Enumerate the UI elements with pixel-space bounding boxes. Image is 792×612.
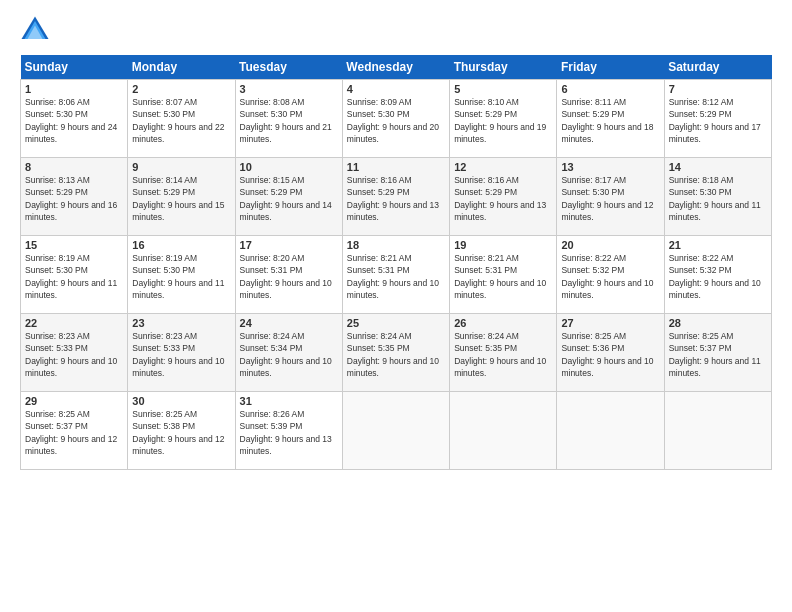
calendar-week-row: 1 Sunrise: 8:06 AMSunset: 5:30 PMDayligh…: [21, 80, 772, 158]
calendar-table: SundayMondayTuesdayWednesdayThursdayFrid…: [20, 55, 772, 470]
day-info: Sunrise: 8:21 AMSunset: 5:31 PMDaylight:…: [347, 253, 439, 300]
calendar-day-cell: 1 Sunrise: 8:06 AMSunset: 5:30 PMDayligh…: [21, 80, 128, 158]
day-number: 2: [132, 83, 230, 95]
calendar-day-cell: 29 Sunrise: 8:25 AMSunset: 5:37 PMDaylig…: [21, 392, 128, 470]
calendar-day-cell: 3 Sunrise: 8:08 AMSunset: 5:30 PMDayligh…: [235, 80, 342, 158]
calendar-day-cell: 2 Sunrise: 8:07 AMSunset: 5:30 PMDayligh…: [128, 80, 235, 158]
day-number: 15: [25, 239, 123, 251]
day-number: 9: [132, 161, 230, 173]
calendar-day-cell: 6 Sunrise: 8:11 AMSunset: 5:29 PMDayligh…: [557, 80, 664, 158]
day-info: Sunrise: 8:15 AMSunset: 5:29 PMDaylight:…: [240, 175, 332, 222]
day-number: 17: [240, 239, 338, 251]
calendar-day-cell: 8 Sunrise: 8:13 AMSunset: 5:29 PMDayligh…: [21, 158, 128, 236]
calendar-day-cell: 9 Sunrise: 8:14 AMSunset: 5:29 PMDayligh…: [128, 158, 235, 236]
calendar-day-cell: 26 Sunrise: 8:24 AMSunset: 5:35 PMDaylig…: [450, 314, 557, 392]
day-info: Sunrise: 8:18 AMSunset: 5:30 PMDaylight:…: [669, 175, 761, 222]
calendar-day-cell: [557, 392, 664, 470]
day-number: 8: [25, 161, 123, 173]
calendar-day-cell: 30 Sunrise: 8:25 AMSunset: 5:38 PMDaylig…: [128, 392, 235, 470]
day-info: Sunrise: 8:24 AMSunset: 5:35 PMDaylight:…: [454, 331, 546, 378]
day-of-week-header: Friday: [557, 55, 664, 80]
day-info: Sunrise: 8:08 AMSunset: 5:30 PMDaylight:…: [240, 97, 332, 144]
day-info: Sunrise: 8:06 AMSunset: 5:30 PMDaylight:…: [25, 97, 117, 144]
day-number: 21: [669, 239, 767, 251]
day-info: Sunrise: 8:19 AMSunset: 5:30 PMDaylight:…: [25, 253, 117, 300]
day-number: 23: [132, 317, 230, 329]
calendar-day-cell: 10 Sunrise: 8:15 AMSunset: 5:29 PMDaylig…: [235, 158, 342, 236]
calendar-day-cell: 22 Sunrise: 8:23 AMSunset: 5:33 PMDaylig…: [21, 314, 128, 392]
day-info: Sunrise: 8:21 AMSunset: 5:31 PMDaylight:…: [454, 253, 546, 300]
logo-icon: [20, 15, 50, 45]
day-number: 13: [561, 161, 659, 173]
calendar-day-cell: 18 Sunrise: 8:21 AMSunset: 5:31 PMDaylig…: [342, 236, 449, 314]
day-info: Sunrise: 8:07 AMSunset: 5:30 PMDaylight:…: [132, 97, 224, 144]
day-info: Sunrise: 8:09 AMSunset: 5:30 PMDaylight:…: [347, 97, 439, 144]
calendar-day-cell: 5 Sunrise: 8:10 AMSunset: 5:29 PMDayligh…: [450, 80, 557, 158]
day-info: Sunrise: 8:24 AMSunset: 5:35 PMDaylight:…: [347, 331, 439, 378]
day-number: 6: [561, 83, 659, 95]
day-of-week-header: Thursday: [450, 55, 557, 80]
day-number: 30: [132, 395, 230, 407]
day-info: Sunrise: 8:16 AMSunset: 5:29 PMDaylight:…: [347, 175, 439, 222]
calendar-day-cell: 19 Sunrise: 8:21 AMSunset: 5:31 PMDaylig…: [450, 236, 557, 314]
calendar-day-cell: 16 Sunrise: 8:19 AMSunset: 5:30 PMDaylig…: [128, 236, 235, 314]
day-number: 14: [669, 161, 767, 173]
day-info: Sunrise: 8:14 AMSunset: 5:29 PMDaylight:…: [132, 175, 224, 222]
day-info: Sunrise: 8:24 AMSunset: 5:34 PMDaylight:…: [240, 331, 332, 378]
calendar-day-cell: 31 Sunrise: 8:26 AMSunset: 5:39 PMDaylig…: [235, 392, 342, 470]
day-number: 24: [240, 317, 338, 329]
day-number: 18: [347, 239, 445, 251]
day-info: Sunrise: 8:22 AMSunset: 5:32 PMDaylight:…: [669, 253, 761, 300]
calendar-day-cell: 4 Sunrise: 8:09 AMSunset: 5:30 PMDayligh…: [342, 80, 449, 158]
calendar-week-row: 8 Sunrise: 8:13 AMSunset: 5:29 PMDayligh…: [21, 158, 772, 236]
calendar-day-cell: 21 Sunrise: 8:22 AMSunset: 5:32 PMDaylig…: [664, 236, 771, 314]
day-info: Sunrise: 8:13 AMSunset: 5:29 PMDaylight:…: [25, 175, 117, 222]
page-container: SundayMondayTuesdayWednesdayThursdayFrid…: [0, 0, 792, 480]
logo: [20, 15, 52, 45]
calendar-day-cell: 13 Sunrise: 8:17 AMSunset: 5:30 PMDaylig…: [557, 158, 664, 236]
day-info: Sunrise: 8:25 AMSunset: 5:36 PMDaylight:…: [561, 331, 653, 378]
day-info: Sunrise: 8:16 AMSunset: 5:29 PMDaylight:…: [454, 175, 546, 222]
calendar-day-cell: 27 Sunrise: 8:25 AMSunset: 5:36 PMDaylig…: [557, 314, 664, 392]
calendar-week-row: 22 Sunrise: 8:23 AMSunset: 5:33 PMDaylig…: [21, 314, 772, 392]
calendar-day-cell: 14 Sunrise: 8:18 AMSunset: 5:30 PMDaylig…: [664, 158, 771, 236]
day-of-week-header: Saturday: [664, 55, 771, 80]
day-info: Sunrise: 8:25 AMSunset: 5:37 PMDaylight:…: [25, 409, 117, 456]
day-info: Sunrise: 8:19 AMSunset: 5:30 PMDaylight:…: [132, 253, 224, 300]
day-number: 19: [454, 239, 552, 251]
day-info: Sunrise: 8:20 AMSunset: 5:31 PMDaylight:…: [240, 253, 332, 300]
day-of-week-header: Tuesday: [235, 55, 342, 80]
day-info: Sunrise: 8:11 AMSunset: 5:29 PMDaylight:…: [561, 97, 653, 144]
day-info: Sunrise: 8:23 AMSunset: 5:33 PMDaylight:…: [132, 331, 224, 378]
day-info: Sunrise: 8:25 AMSunset: 5:38 PMDaylight:…: [132, 409, 224, 456]
calendar-day-cell: 17 Sunrise: 8:20 AMSunset: 5:31 PMDaylig…: [235, 236, 342, 314]
day-number: 26: [454, 317, 552, 329]
day-number: 3: [240, 83, 338, 95]
day-number: 12: [454, 161, 552, 173]
day-of-week-header: Monday: [128, 55, 235, 80]
day-number: 29: [25, 395, 123, 407]
day-number: 5: [454, 83, 552, 95]
day-number: 1: [25, 83, 123, 95]
calendar-day-cell: [664, 392, 771, 470]
calendar-day-cell: 23 Sunrise: 8:23 AMSunset: 5:33 PMDaylig…: [128, 314, 235, 392]
day-info: Sunrise: 8:12 AMSunset: 5:29 PMDaylight:…: [669, 97, 761, 144]
calendar-day-cell: [342, 392, 449, 470]
calendar-day-cell: 25 Sunrise: 8:24 AMSunset: 5:35 PMDaylig…: [342, 314, 449, 392]
calendar-day-cell: 11 Sunrise: 8:16 AMSunset: 5:29 PMDaylig…: [342, 158, 449, 236]
day-number: 28: [669, 317, 767, 329]
day-number: 10: [240, 161, 338, 173]
day-number: 7: [669, 83, 767, 95]
day-of-week-header: Sunday: [21, 55, 128, 80]
day-info: Sunrise: 8:26 AMSunset: 5:39 PMDaylight:…: [240, 409, 332, 456]
calendar-day-cell: 12 Sunrise: 8:16 AMSunset: 5:29 PMDaylig…: [450, 158, 557, 236]
day-info: Sunrise: 8:22 AMSunset: 5:32 PMDaylight:…: [561, 253, 653, 300]
calendar-header-row: SundayMondayTuesdayWednesdayThursdayFrid…: [21, 55, 772, 80]
day-number: 31: [240, 395, 338, 407]
page-header: [20, 15, 772, 45]
calendar-day-cell: [450, 392, 557, 470]
calendar-day-cell: 20 Sunrise: 8:22 AMSunset: 5:32 PMDaylig…: [557, 236, 664, 314]
day-info: Sunrise: 8:23 AMSunset: 5:33 PMDaylight:…: [25, 331, 117, 378]
calendar-day-cell: 28 Sunrise: 8:25 AMSunset: 5:37 PMDaylig…: [664, 314, 771, 392]
calendar-week-row: 29 Sunrise: 8:25 AMSunset: 5:37 PMDaylig…: [21, 392, 772, 470]
